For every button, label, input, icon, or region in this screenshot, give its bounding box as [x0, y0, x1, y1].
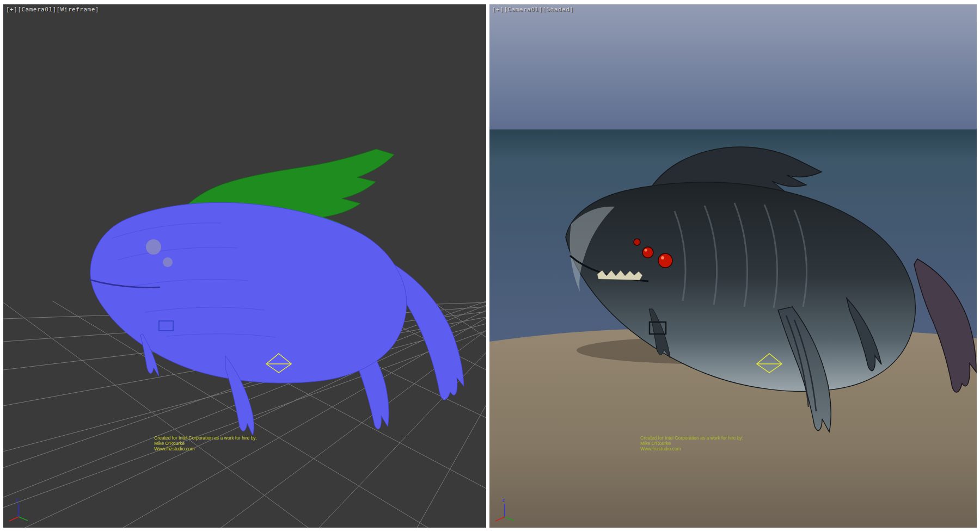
fish-body[interactable] [90, 202, 407, 383]
axis-tripod: z [9, 497, 28, 521]
viewport-shading-button[interactable]: [Shaded] [543, 6, 574, 13]
credit-text: Created for Intel Corporation as a work … [640, 435, 743, 451]
viewport-shaded[interactable]: [+][Camera01][Shaded] [489, 4, 977, 528]
eye-spot [163, 257, 173, 267]
viewport-label: [+][Camera01][Shaded] [492, 6, 574, 13]
axis-z-label: z [16, 497, 19, 503]
credit-line-1: Created for Intel Corporation as a work … [154, 435, 257, 441]
credit-line-2: Mike O'Rourke [154, 441, 257, 446]
axis-z-label: z [502, 497, 505, 503]
viewport-wireframe[interactable]: [+][Camera01][Wireframe] [3, 4, 486, 528]
viewport-camera-button[interactable]: [Camera01] [504, 6, 542, 13]
credit-line-3: Www.frizstudio.com [154, 446, 257, 451]
eye-spot [146, 239, 161, 255]
credit-line-3: Www.frizstudio.com [640, 446, 743, 451]
viewport-label: [+][Camera01][Wireframe] [6, 6, 99, 13]
credit-line-1: Created for Intel Corporation as a work … [640, 435, 743, 441]
viewport-camera-button[interactable]: [Camera01] [17, 6, 56, 13]
credit-line-2: Mike O'Rourke [640, 441, 743, 446]
viewport-menu-button[interactable]: [+] [492, 6, 504, 13]
fish-model[interactable] [89, 149, 464, 435]
credit-text: Created for Intel Corporation as a work … [154, 435, 257, 451]
viewport-shading-button[interactable]: [Wireframe] [57, 6, 99, 13]
viewport-menu-button[interactable]: [+] [6, 6, 17, 13]
